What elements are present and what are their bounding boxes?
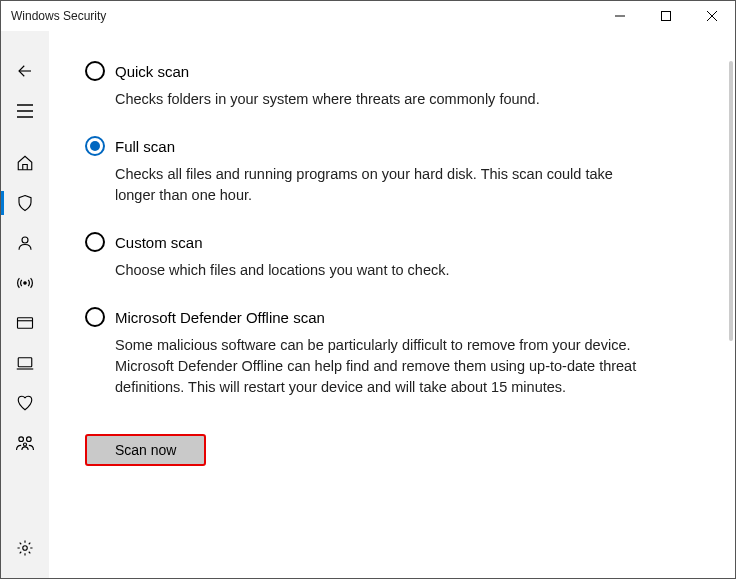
shield-icon (16, 194, 34, 212)
radio-offline-scan[interactable]: Microsoft Defender Offline scan (85, 307, 675, 327)
radio-icon (85, 307, 105, 327)
person-icon (16, 234, 34, 252)
scan-now-button[interactable]: Scan now (85, 434, 206, 466)
option-description: Checks folders in your system where thre… (115, 89, 645, 110)
scrollbar[interactable] (729, 61, 733, 341)
gear-icon (16, 539, 34, 557)
option-description: Some malicious software can be particula… (115, 335, 645, 398)
option-label: Quick scan (115, 63, 189, 80)
back-button[interactable] (1, 51, 49, 91)
family-icon (15, 434, 35, 452)
sidebar-item-device-health[interactable] (1, 383, 49, 423)
app-browser-icon (16, 315, 34, 331)
radio-icon (85, 232, 105, 252)
menu-button[interactable] (1, 91, 49, 131)
window-controls (597, 1, 735, 31)
radio-icon (85, 136, 105, 156)
svg-rect-1 (662, 12, 671, 21)
sidebar-item-home[interactable] (1, 143, 49, 183)
close-button[interactable] (689, 1, 735, 31)
maximize-icon (661, 11, 671, 21)
maximize-button[interactable] (643, 1, 689, 31)
svg-rect-10 (18, 318, 33, 329)
sidebar-item-firewall[interactable] (1, 263, 49, 303)
radio-icon (85, 61, 105, 81)
sidebar-item-device-security[interactable] (1, 343, 49, 383)
option-description: Checks all files and running programs on… (115, 164, 645, 206)
radio-quick-scan[interactable]: Quick scan (85, 61, 675, 81)
option-label: Full scan (115, 138, 175, 155)
hamburger-icon (17, 104, 33, 118)
home-icon (16, 154, 34, 172)
titlebar: Windows Security (1, 1, 735, 31)
option-label: Custom scan (115, 234, 203, 251)
svg-point-8 (22, 237, 28, 243)
svg-point-9 (24, 282, 26, 284)
heart-icon (16, 394, 34, 412)
svg-point-17 (23, 546, 28, 551)
window-title: Windows Security (11, 9, 106, 23)
radio-full-scan[interactable]: Full scan (85, 136, 675, 156)
option-quick-scan: Quick scan Checks folders in your system… (85, 61, 675, 110)
broadcast-icon (15, 275, 35, 291)
svg-rect-12 (18, 358, 32, 367)
sidebar-item-family[interactable] (1, 423, 49, 463)
option-label: Microsoft Defender Offline scan (115, 309, 325, 326)
content-area: Quick scan Checks folders in your system… (49, 31, 735, 578)
sidebar (1, 31, 49, 578)
close-icon (707, 11, 717, 21)
minimize-button[interactable] (597, 1, 643, 31)
svg-point-16 (23, 443, 26, 446)
option-description: Choose which files and locations you wan… (115, 260, 645, 281)
svg-point-15 (27, 437, 32, 442)
minimize-icon (615, 11, 625, 21)
option-full-scan: Full scan Checks all files and running p… (85, 136, 675, 206)
sidebar-item-account[interactable] (1, 223, 49, 263)
sidebar-item-app-control[interactable] (1, 303, 49, 343)
back-arrow-icon (16, 62, 34, 80)
svg-point-14 (19, 437, 24, 442)
option-custom-scan: Custom scan Choose which files and locat… (85, 232, 675, 281)
window: Windows Security (0, 0, 736, 579)
radio-custom-scan[interactable]: Custom scan (85, 232, 675, 252)
device-icon (16, 355, 34, 371)
sidebar-item-virus-protection[interactable] (1, 183, 49, 223)
option-offline-scan: Microsoft Defender Offline scan Some mal… (85, 307, 675, 398)
sidebar-item-settings[interactable] (1, 528, 49, 568)
